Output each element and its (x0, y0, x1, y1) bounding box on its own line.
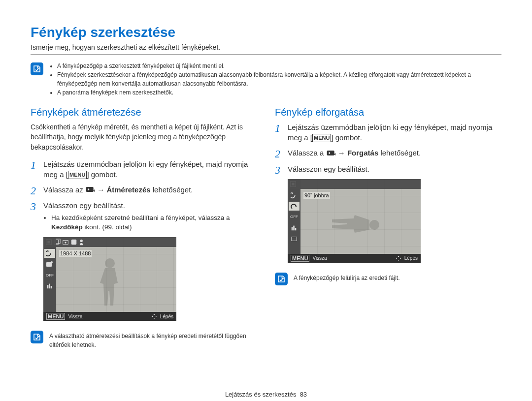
menu-key: MENU (312, 134, 331, 142)
lcd-back-label: Vissza (312, 255, 327, 261)
menu-key-small: MENU (291, 255, 309, 262)
svg-rect-14 (51, 286, 52, 288)
lcd-side-cell-selected (289, 202, 299, 211)
info-icon (31, 331, 43, 343)
resize-desc: Csökkentheti a fénykép méretét, és menth… (31, 122, 257, 152)
svg-point-24 (369, 220, 379, 230)
svg-rect-20 (292, 227, 293, 230)
svg-point-17 (329, 152, 330, 154)
footer-section: Lejátszás és szerkesztés (225, 391, 297, 398)
edit-icon (85, 185, 95, 195)
step-item: Válassza a → Forgatás lehetőséget. (275, 148, 501, 159)
rotate-section: Fénykép elforgatása Lejátszás üzemmódban… (275, 107, 501, 349)
lcd-bottom-bar: MENU Vissza Lépés (288, 254, 421, 263)
silhouette-lying (327, 210, 381, 240)
svg-rect-21 (293, 225, 295, 230)
svg-rect-8 (71, 240, 77, 245)
svg-rect-0 (86, 187, 94, 192)
resize-note-text: A választható átméretezési beállítások a… (49, 330, 257, 349)
info-item: A fényképezőgép a szerkesztett fényképek… (57, 62, 501, 70)
substep-item: Ha kezdőképként szeretné beállítani a fé… (51, 214, 257, 232)
page-title: Fénykép szerkesztése (31, 25, 501, 40)
footer-page-number: 83 (300, 391, 307, 398)
info-box-resize-note: A választható átméretezési beállítások a… (31, 330, 257, 349)
substep-list: Ha kezdőképként szeretné beállítani a fé… (43, 214, 257, 232)
lcd-top-icons (288, 179, 421, 189)
lcd-bottom-bar: MENU Vissza Lépés (43, 312, 176, 321)
resize-section: Fényképek átméretezése Csökkentheti a fé… (31, 107, 257, 349)
svg-point-11 (51, 261, 53, 263)
svg-point-1 (88, 189, 89, 190)
svg-point-15 (105, 258, 115, 268)
edit-icon (326, 149, 336, 159)
rotate-note-text: A fényképezőgép felülírja az eredeti fáj… (294, 272, 399, 282)
info-list: A fényképezőgép a szerkesztett fényképek… (49, 62, 501, 97)
lcd-top-icons (43, 237, 176, 247)
camera-lcd-resize: OFF 1984 X 1488 MENU Vissza Lépés (43, 237, 176, 321)
svg-rect-16 (327, 151, 334, 155)
svg-point-7 (65, 242, 66, 244)
section-heading-resize: Fényképek átméretezése (31, 107, 257, 118)
info-box-rotate-note: A fényképezőgép felülírja az eredeti fáj… (275, 272, 501, 285)
info-item: A panoráma fényképek nem szerkeszthetők. (57, 88, 501, 97)
lcd-side-icons: OFF (43, 237, 56, 312)
page-footer: Lejátszás és szerkesztés 83 (0, 389, 532, 400)
svg-rect-10 (46, 262, 52, 267)
svg-rect-22 (295, 228, 297, 230)
camera-lcd-rotate: OFF 90˚ jobbra MENU Vissza Lép (288, 179, 421, 263)
silhouette-standing (95, 256, 125, 310)
step-item: Válassza az → Átméretezés lehetőséget. (31, 185, 257, 196)
rotate-steps: Lejátszás üzemmódban jelöljön ki egy fén… (275, 122, 501, 174)
lcd-set-label: Lépés (404, 255, 418, 261)
step-item: Lejátszás üzemmódban jelöljön ki egy fén… (275, 122, 501, 143)
svg-rect-12 (47, 285, 49, 288)
svg-rect-23 (292, 237, 297, 241)
info-box-top: A fényképezőgép a szerkesztett fényképek… (31, 62, 501, 97)
svg-point-9 (80, 240, 83, 242)
page-subtitle: Ismerje meg, hogyan szerkesztheti az elk… (31, 43, 501, 55)
lcd-set-label: Lépés (160, 314, 173, 319)
lcd-value-label: 1984 X 1488 (59, 250, 92, 257)
step-item: Válasszon egy beállítást. Ha kezdőképkén… (31, 200, 257, 232)
lcd-back-label: Vissza (68, 314, 82, 319)
section-heading-rotate: Fénykép elforgatása (275, 107, 501, 118)
menu-key: MENU (68, 171, 87, 179)
manual-page: Fénykép szerkesztése Ismerje meg, hogyan… (0, 0, 532, 359)
info-icon (31, 62, 43, 75)
menu-key-small: MENU (46, 313, 65, 320)
info-item: Fényképek szerkesztésekor a fényképezőgé… (57, 70, 501, 88)
step-item: Lejátszás üzemmódban jelöljön ki egy fén… (31, 159, 257, 180)
step-item: Válasszon egy beállítást. (275, 164, 501, 174)
svg-rect-13 (49, 284, 50, 289)
info-icon (275, 273, 288, 285)
lcd-side-icons: OFF (288, 179, 300, 254)
resize-steps: Lejátszás üzemmódban jelöljön ki egy fén… (31, 159, 257, 232)
lcd-value-label: 90˚ jobbra (303, 192, 330, 199)
lcd-side-cell-selected (44, 249, 55, 258)
